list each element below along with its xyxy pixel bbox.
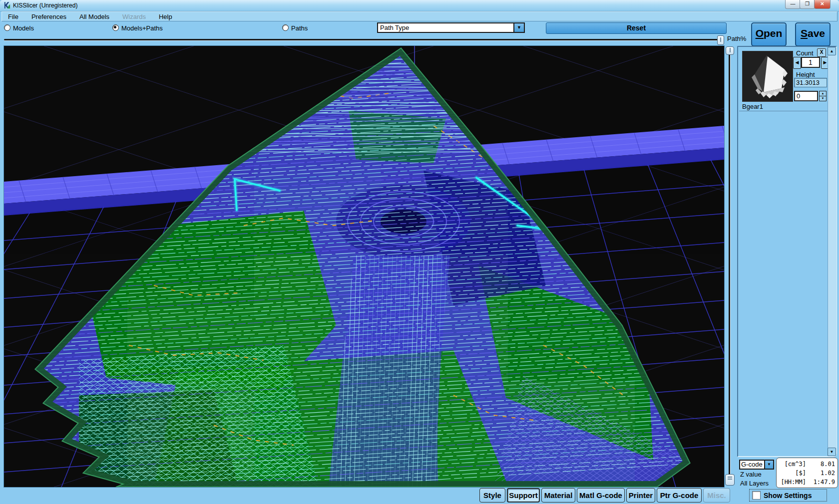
radio-paths-circle[interactable]	[282, 24, 289, 31]
radio-models-label: Models	[13, 24, 34, 32]
rotation-spinner[interactable]: ▲ ▼	[819, 91, 827, 101]
stat-cost-unit: [$]	[779, 469, 810, 478]
title-bar[interactable]: KISSlicer (Unregistered) — ❐ ✕	[0, 0, 839, 11]
model-list-panel: Bgear1 Count X ◀ 1 ▶ Height 31.3013 0 ▲ …	[737, 46, 837, 457]
radio-models-paths-circle[interactable]	[112, 24, 119, 31]
count-decrement-button[interactable]: ◀	[793, 57, 801, 69]
path-percent-slider-handle[interactable]	[717, 35, 724, 45]
print-stats-box: [cm^3] 8.01 [$] 1.02 [HH:MM] 1:47.9	[776, 458, 838, 488]
stat-volume: [cm^3] 8.01	[779, 460, 835, 469]
show-settings-checkbox[interactable]	[752, 491, 761, 500]
3d-preview-viewport[interactable]	[3, 45, 725, 488]
dropdown-arrow-icon[interactable]: ▼	[513, 23, 524, 32]
stat-cost: [$] 1.02	[779, 469, 835, 478]
stat-cost-value: 1.02	[810, 469, 835, 478]
stat-volume-unit: [cm^3]	[779, 460, 810, 469]
open-button[interactable]: Open	[751, 22, 787, 46]
rotation-down-icon[interactable]: ▼	[820, 96, 826, 101]
tab-support[interactable]: Support	[507, 488, 540, 503]
scroll-down-icon[interactable]: ▼	[828, 448, 836, 456]
tab-printer[interactable]: Printer	[626, 488, 655, 503]
radio-models-circle[interactable]	[4, 24, 10, 31]
tab-matl-gcode[interactable]: Matl G-code	[577, 488, 625, 503]
show-settings-label: Show Settings	[764, 492, 812, 500]
sliced-model-scene	[4, 46, 724, 487]
model-card-divider	[739, 111, 828, 111]
model-close-button[interactable]: X	[817, 48, 826, 57]
tab-misc: Misc.	[703, 488, 730, 503]
model-name: Bgear1	[742, 103, 763, 110]
count-value-field[interactable]: 1	[801, 57, 820, 68]
save-button[interactable]: Save	[795, 22, 831, 46]
z-slider-track[interactable]	[729, 47, 730, 483]
path-percent-label: Path%	[727, 35, 746, 42]
save-rest: ave	[808, 27, 825, 39]
radio-paths[interactable]: Paths	[282, 23, 308, 32]
z-slider-top-cap[interactable]	[726, 46, 734, 55]
menu-file[interactable]: File	[8, 13, 18, 20]
save-key: S	[801, 27, 808, 39]
stat-time-unit: [HH:MM]	[779, 478, 810, 487]
stat-volume-value: 8.01	[810, 460, 835, 469]
z-value-label: Z value	[740, 471, 762, 478]
height-label: Height	[796, 71, 815, 78]
radio-models-paths[interactable]: Models+Paths	[112, 23, 163, 32]
kisslicer-window: { "window": { "title": "KISSlicer (Unreg…	[0, 0, 839, 504]
close-button[interactable]: ✕	[814, 0, 831, 9]
radio-models[interactable]: Models	[4, 23, 34, 32]
menu-preferences[interactable]: Preferences	[31, 13, 66, 20]
reset-button[interactable]: Reset	[546, 22, 727, 34]
rotation-input[interactable]: 0	[794, 91, 818, 101]
height-value-field: 31.3013	[794, 78, 827, 87]
gcode-dropdown[interactable]: G-code ▼	[739, 460, 774, 470]
tab-material[interactable]: Material	[541, 488, 575, 503]
gcode-dropdown-value: G-code	[740, 461, 764, 469]
all-layers-label: All Layers	[740, 480, 769, 487]
radio-paths-label: Paths	[291, 24, 308, 32]
app-icon	[3, 1, 11, 9]
gcode-dropdown-arrow-icon[interactable]: ▼	[764, 461, 773, 469]
path-type-value: Path Type	[378, 23, 513, 32]
restore-button[interactable]: ❐	[800, 0, 815, 9]
menu-wizards: Wizards	[122, 13, 146, 20]
path-percent-slider-track[interactable]	[4, 39, 722, 40]
stat-time-value: 1:47.9	[810, 478, 835, 487]
model-thumbnail[interactable]	[742, 51, 793, 102]
radio-models-paths-label: Models+Paths	[121, 24, 163, 32]
panel-scrollbar[interactable]	[828, 47, 837, 456]
open-key: O	[756, 27, 764, 39]
minimize-button[interactable]: —	[785, 0, 801, 9]
stat-time: [HH:MM] 1:47.9	[779, 478, 835, 487]
z-slider-handle[interactable]	[725, 474, 735, 486]
menu-all-models[interactable]: All Models	[79, 13, 109, 20]
show-settings-toggle[interactable]: Show Settings	[749, 489, 827, 502]
tab-style[interactable]: Style	[479, 488, 505, 503]
tab-ptr-gcode[interactable]: Ptr G-code	[657, 488, 702, 503]
scroll-up-icon[interactable]: ▲	[828, 47, 836, 55]
open-rest: pen	[764, 27, 782, 39]
menu-help[interactable]: Help	[159, 13, 172, 20]
window-title: KISSlicer (Unregistered)	[13, 2, 77, 9]
rotation-up-icon[interactable]: ▲	[820, 91, 826, 96]
path-type-dropdown[interactable]: Path Type ▼	[377, 22, 525, 33]
menu-bar: File Preferences All Models Wizards Help	[1, 11, 838, 21]
count-label: Count	[796, 49, 814, 57]
